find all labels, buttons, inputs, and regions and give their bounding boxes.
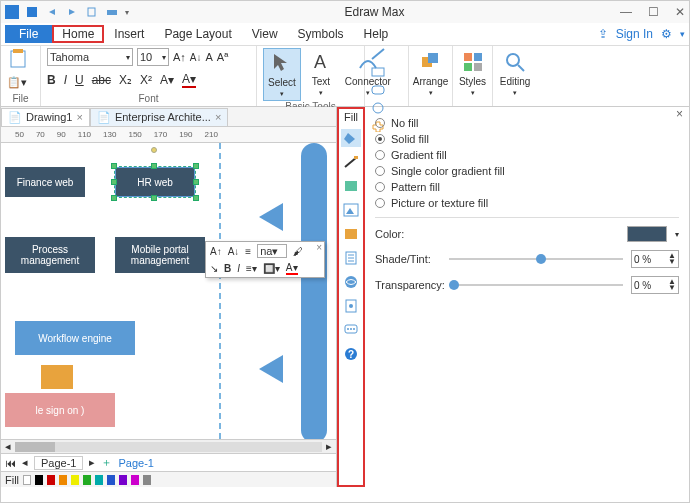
page-nav-next-icon[interactable]: ▸ [89,456,95,469]
mini-fontgrow-icon[interactable]: A↑ [210,246,222,257]
doc-tab-drawing1[interactable]: 📄Drawing1× [1,108,90,127]
fill-option-gradient[interactable]: Gradient fill [375,149,679,161]
color-swatch[interactable] [47,475,55,485]
pagelayout-menu[interactable]: Page Layout [154,25,241,43]
color-picker-button[interactable] [627,226,667,242]
close-tab-icon[interactable]: × [215,111,221,123]
close-button[interactable]: ✕ [675,5,685,19]
shape-workflow[interactable]: Workflow engine [15,321,135,355]
mini-fontcolor-icon[interactable]: A▾ [286,262,298,275]
subscript-button[interactable]: X₂ [119,73,132,87]
help-menu[interactable]: Help [354,25,399,43]
font-name-select[interactable]: Tahoma▾ [47,48,133,66]
underline-button[interactable]: U [75,73,84,87]
doc-tab-enterprise[interactable]: 📄Enterprise Archite...× [90,108,228,127]
print-icon[interactable] [105,5,119,19]
close-mini-toolbar-icon[interactable]: × [316,242,322,253]
shadow-panel-icon[interactable] [341,177,361,195]
layer-panel-icon[interactable] [341,225,361,243]
color-swatch[interactable] [59,475,67,485]
maximize-button[interactable]: ☐ [648,5,659,19]
mini-font-select[interactable]: na▾ [257,244,287,258]
help-panel-icon[interactable]: ? [341,345,361,363]
page-tab-2[interactable]: Page-1 [118,457,153,469]
mini-line-icon[interactable]: ≡▾ [246,263,257,274]
shape-mobile-mgmt[interactable]: Mobile portal management [115,237,205,273]
home-menu[interactable]: Home [52,25,104,43]
color-swatch[interactable] [107,475,115,485]
big-arrow-shape[interactable] [301,143,327,439]
color-swatch[interactable] [119,475,127,485]
fill-option-solid[interactable]: Solid fill [375,133,679,145]
save-icon[interactable] [25,5,39,19]
strike-button[interactable]: abc [92,73,111,87]
color-swatch[interactable] [83,475,91,485]
fontcolor-button[interactable]: A▾ [182,72,196,88]
copy-icon[interactable] [85,5,99,19]
transparency-slider[interactable] [449,284,623,286]
fill-option-picture[interactable]: Picture or texture fill [375,197,679,209]
comment-panel-icon[interactable] [341,321,361,339]
rounded-shape-icon[interactable] [371,84,385,98]
redo-icon[interactable] [65,5,79,19]
attachment-panel-icon[interactable] [341,297,361,315]
add-page-icon[interactable]: ＋ [101,455,112,470]
shrink-font-icon[interactable]: A↓ [190,52,202,63]
close-panel-icon[interactable]: × [676,107,683,121]
rect-shape-icon[interactable] [371,66,385,80]
color-swatch[interactable] [35,475,43,485]
minimize-button[interactable]: — [620,5,632,19]
editing-button[interactable]: Editing▾ [499,48,531,99]
highlight-button[interactable]: A▾ [160,73,174,87]
view-menu[interactable]: View [242,25,288,43]
floating-mini-toolbar[interactable]: × A↑ A↓ ≡ na▾ 🖌 ↘ B I ≡▾ 🔲▾ A▾ [205,241,325,278]
superscript-button[interactable]: X² [140,73,152,87]
page-nav-prev-icon[interactable]: ◂ [22,456,28,469]
arrange-button[interactable]: Arrange▾ [415,48,446,99]
italic-button[interactable]: I [64,73,67,87]
shade-slider[interactable] [449,258,623,260]
undo-icon[interactable] [45,5,59,19]
connector-arrow[interactable] [41,365,73,389]
line-panel-icon[interactable] [341,153,361,171]
share-icon[interactable]: ⇪ [598,27,608,41]
text-tool[interactable]: A Text▾ [305,48,337,101]
grow-font-icon[interactable]: A↑ [173,51,186,63]
shape-sso[interactable]: le sign on ) [5,393,115,427]
picture-panel-icon[interactable] [341,201,361,219]
hyperlink-panel-icon[interactable] [341,273,361,291]
shape-finance-web[interactable]: Finance web [5,167,85,197]
mini-align-icon[interactable]: ≡ [245,246,251,257]
clear-format-icon[interactable]: A [206,51,213,63]
page-tab[interactable]: Page-1 [34,456,83,470]
fill-option-singlegrad[interactable]: Single color gradient fill [375,165,679,177]
insert-menu[interactable]: Insert [104,25,154,43]
mini-bold-icon[interactable]: B [224,263,231,274]
symbols-menu[interactable]: Symbols [288,25,354,43]
rotation-handle[interactable] [151,147,157,153]
mini-brush-icon[interactable]: 🖌 [293,246,303,257]
close-tab-icon[interactable]: × [76,111,82,123]
settings-icon[interactable]: ⚙ [661,27,672,41]
mini-fontshrink-icon[interactable]: A↓ [228,246,240,257]
shade-spinner[interactable]: 0 %▲▼ [631,250,679,268]
color-swatch[interactable] [23,475,31,485]
mini-italic-icon[interactable]: I [237,263,240,274]
font-size-select[interactable]: 10▾ [137,48,169,66]
page-nav-first-icon[interactable]: ⏮ [5,457,16,469]
arrow-left-shape[interactable] [259,355,283,383]
fill-panel-icon[interactable] [341,129,361,147]
color-swatch[interactable] [131,475,139,485]
drawing-canvas[interactable]: Finance web HR web Process management Mo… [1,143,336,439]
page-panel-icon[interactable] [341,249,361,267]
file-menu[interactable]: File [5,25,52,43]
clipboard-dropdown-icon[interactable]: 📋▾ [7,76,34,89]
paste-icon[interactable] [7,48,34,72]
mini-more-icon[interactable]: ↘ [210,263,218,274]
font-more-icon[interactable]: Aª [217,51,228,63]
color-swatch[interactable] [71,475,79,485]
shape-hr-web[interactable]: HR web [115,167,195,197]
horizontal-scrollbar[interactable]: ◂▸ [1,439,336,453]
bold-button[interactable]: B [47,73,56,87]
mini-fill-icon[interactable]: 🔲▾ [263,263,280,274]
